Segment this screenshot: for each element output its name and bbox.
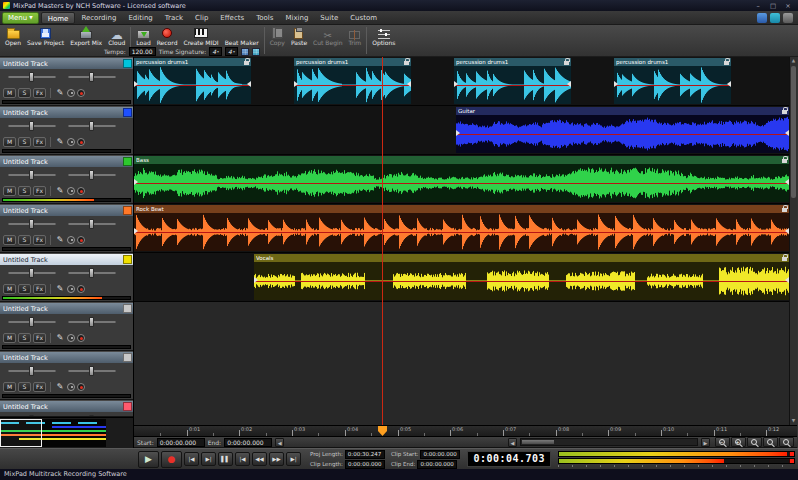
timeline-area[interactable]: percussion drums1percussion drums1percus…: [134, 57, 797, 425]
solo-button[interactable]: S: [18, 235, 31, 245]
fx-button[interactable]: Fx: [33, 88, 46, 98]
volume-slider[interactable]: [6, 121, 58, 131]
pause-button[interactable]: ▌▌: [218, 452, 233, 466]
automation-pencil-icon[interactable]: ✎: [55, 382, 65, 392]
jump-to-start-button[interactable]: ◀: [275, 438, 284, 447]
tab-suite[interactable]: Suite: [314, 12, 344, 24]
track-color-chip[interactable]: [123, 59, 132, 68]
fx-button[interactable]: Fx: [33, 235, 46, 245]
record-button[interactable]: Record: [154, 26, 181, 47]
scroll-right-button[interactable]: ▶: [701, 438, 710, 447]
track-name-bar[interactable]: Untitled Track: [0, 205, 133, 216]
track-color-chip[interactable]: [123, 157, 132, 166]
selection-end-input[interactable]: 0:00:00.000: [224, 438, 272, 447]
slider-thumb[interactable]: [89, 219, 94, 229]
fx-button[interactable]: Fx: [33, 137, 46, 147]
mute-button[interactable]: M: [3, 137, 16, 147]
solo-button[interactable]: S: [18, 88, 31, 98]
fx-button[interactable]: Fx: [33, 284, 46, 294]
vertical-scrollbar[interactable]: ▲ ▼: [789, 57, 797, 425]
tab-custom[interactable]: Custom: [344, 12, 383, 24]
volume-slider[interactable]: [6, 268, 58, 278]
clip-guitar[interactable]: Guitar: [456, 107, 789, 154]
effects-knob-icon[interactable]: [67, 383, 75, 391]
track-color-chip[interactable]: [123, 402, 132, 411]
rewind-button[interactable]: ◀◀: [252, 452, 267, 466]
volume-slider[interactable]: [6, 317, 58, 327]
fast-forward-button[interactable]: ▶▶: [269, 452, 284, 466]
timesig-denominator-select[interactable]: 4▾: [225, 47, 238, 56]
track-name-bar[interactable]: Untitled Track: [0, 58, 133, 69]
track-name-bar[interactable]: Untitled Track: [0, 156, 133, 167]
track-name-bar[interactable]: Untitled Track: [0, 352, 133, 363]
tab-editing[interactable]: Editing: [122, 12, 158, 24]
clip-percussion-drums1[interactable]: percussion drums1: [294, 58, 411, 105]
record-arm-icon[interactable]: [77, 138, 85, 146]
slider-thumb[interactable]: [29, 121, 34, 131]
tempo-input[interactable]: 120.00: [129, 47, 156, 56]
automation-pencil-icon[interactable]: ✎: [55, 284, 65, 294]
horizontal-scrollbar[interactable]: [520, 438, 698, 446]
pan-slider[interactable]: [66, 366, 118, 376]
save-project-button[interactable]: Save Project: [24, 26, 67, 47]
automation-pencil-icon[interactable]: ✎: [55, 186, 65, 196]
slider-thumb[interactable]: [89, 72, 94, 82]
close-button[interactable]: ×: [783, 2, 793, 10]
volume-slider[interactable]: [6, 219, 58, 229]
menu-button[interactable]: Menu ▼: [2, 12, 39, 24]
create-midi-button[interactable]: Create MIDI: [180, 26, 221, 47]
pan-slider[interactable]: [66, 121, 118, 131]
fx-button[interactable]: Fx: [33, 333, 46, 343]
zoom-full-button[interactable]: [747, 437, 762, 447]
pan-slider[interactable]: [66, 219, 118, 229]
effects-knob-icon[interactable]: [67, 236, 75, 244]
export-mix-button[interactable]: Export Mix: [67, 26, 105, 47]
mute-button[interactable]: M: [3, 284, 16, 294]
effects-knob-icon[interactable]: [67, 138, 75, 146]
beat-maker-button[interactable]: Beat Maker: [222, 26, 262, 47]
tab-track[interactable]: Track: [159, 12, 189, 24]
tab-mixing[interactable]: Mixing: [279, 12, 314, 24]
track-name-bar[interactable]: Untitled Track: [0, 107, 133, 118]
slider-thumb[interactable]: [29, 170, 34, 180]
slider-thumb[interactable]: [29, 219, 34, 229]
slider-thumb[interactable]: [89, 170, 94, 180]
playhead-marker[interactable]: [378, 426, 387, 436]
track-color-chip[interactable]: [123, 353, 132, 362]
pan-slider[interactable]: [66, 317, 118, 327]
slider-thumb[interactable]: [89, 121, 94, 131]
tab-effects[interactable]: Effects: [214, 12, 250, 24]
record-arm-icon[interactable]: [77, 89, 85, 97]
effects-knob-icon[interactable]: [67, 89, 75, 97]
slider-thumb[interactable]: [29, 366, 34, 376]
options-button[interactable]: Options: [369, 26, 398, 47]
clip-vocals[interactable]: Vocals: [254, 254, 789, 301]
project-overview-minimap[interactable]: [0, 417, 133, 448]
minimap-viewport[interactable]: [0, 419, 42, 447]
zoom-selection-button[interactable]: [779, 437, 794, 447]
effects-knob-icon[interactable]: [67, 285, 75, 293]
clip-rock-beat[interactable]: Rock Beat: [134, 205, 789, 252]
go-to-end-button[interactable]: ▶|: [201, 452, 216, 466]
track-color-chip[interactable]: [123, 304, 132, 313]
pan-slider[interactable]: [66, 268, 118, 278]
track-color-chip[interactable]: [123, 108, 132, 117]
help-icon[interactable]: [783, 13, 793, 23]
slider-thumb[interactable]: [29, 317, 34, 327]
solo-button[interactable]: S: [18, 186, 31, 196]
track-color-chip[interactable]: [123, 206, 132, 215]
previous-clip-button[interactable]: |◀: [235, 452, 250, 466]
paste-button[interactable]: Paste: [288, 26, 310, 47]
cloud-service-icon[interactable]: [770, 13, 780, 23]
record-button[interactable]: ●: [161, 451, 182, 468]
slider-thumb[interactable]: [89, 268, 94, 278]
scroll-up-icon[interactable]: ▲: [790, 57, 797, 65]
zoom-in-button[interactable]: +: [731, 437, 746, 447]
effects-knob-icon[interactable]: [67, 187, 75, 195]
timesig-numerator-select[interactable]: 4▾: [209, 47, 222, 56]
beat-grid-icon[interactable]: [252, 48, 260, 56]
tab-clip[interactable]: Clip: [189, 12, 214, 24]
track-name-bar[interactable]: Untitled Track: [0, 303, 133, 314]
clip-bass[interactable]: Bass: [134, 156, 789, 203]
tab-recording[interactable]: Recording: [75, 12, 122, 24]
